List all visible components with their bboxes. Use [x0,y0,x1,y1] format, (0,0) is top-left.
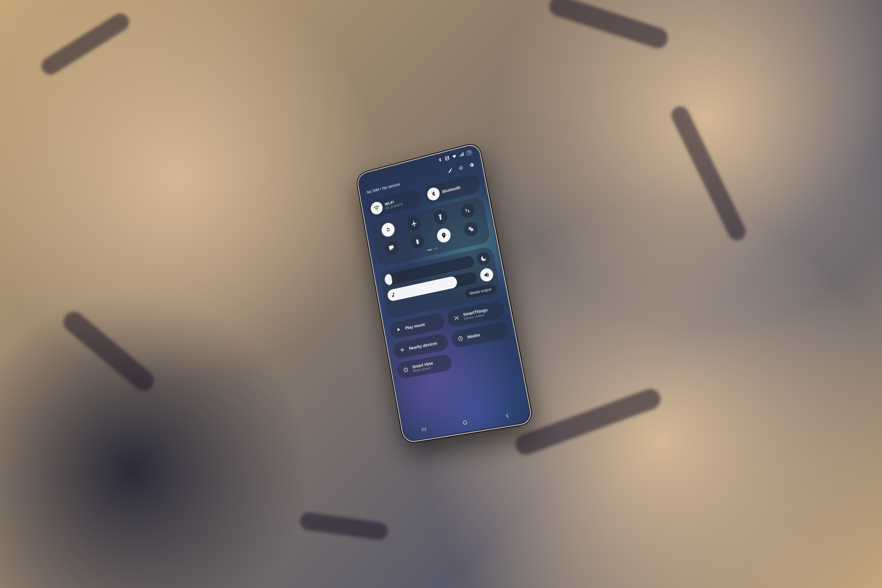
svg-point-18 [463,420,467,424]
svg-line-7 [389,280,390,281]
bluetooth-label: Bluetooth [442,185,461,194]
recents-button[interactable] [421,426,428,434]
bluetooth-icon [426,186,441,202]
auto-rotate-toggle[interactable] [380,221,396,238]
bluetooth-status-icon [437,157,443,164]
media-output-button[interactable]: Media output [464,284,496,299]
do-not-disturb-toggle[interactable] [476,251,491,266]
battery-percent: 79 [467,150,471,155]
wifi-status-icon [451,153,458,160]
nfc-status-icon [444,155,450,162]
media-output-label: Media output [469,287,492,296]
svg-line-6 [392,280,392,280]
svg-line-8 [392,277,392,278]
edit-icon[interactable] [447,167,454,175]
flashlight-toggle[interactable] [432,209,448,225]
nearby-icon [398,346,406,353]
multi-window-toggle[interactable] [463,220,479,237]
mobile-data-toggle[interactable] [459,202,476,219]
svg-point-15 [400,348,404,352]
battery-indicator: 79 [466,150,472,156]
signal-status-icon [459,151,465,159]
nearby-devices-label: Nearby devices [408,341,438,351]
svg-point-14 [401,349,403,351]
svg-line-5 [388,278,389,278]
sound-mode-toggle[interactable] [479,267,494,282]
back-button[interactable] [504,412,511,420]
music-note-icon [390,292,396,298]
wifi-icon [370,201,384,216]
modes-label: Modes [467,332,480,339]
phone-frame: 79 No SIM • No service Wi-Fi [355,141,534,444]
power-icon[interactable] [458,165,464,172]
smartthings-icon [453,314,461,322]
modes-icon [456,335,465,342]
svg-point-0 [390,278,392,280]
play-icon [394,326,402,333]
home-button[interactable] [462,419,469,427]
airplane-mode-toggle[interactable] [406,215,422,232]
location-toggle[interactable] [436,227,452,244]
smart-view-icon [402,366,410,374]
screen-cast-toggle[interactable] [384,239,399,256]
power-saving-toggle[interactable] [410,233,425,250]
settings-icon[interactable] [469,162,475,169]
play-music-label: Play music [405,322,426,330]
brightness-icon [387,276,393,282]
